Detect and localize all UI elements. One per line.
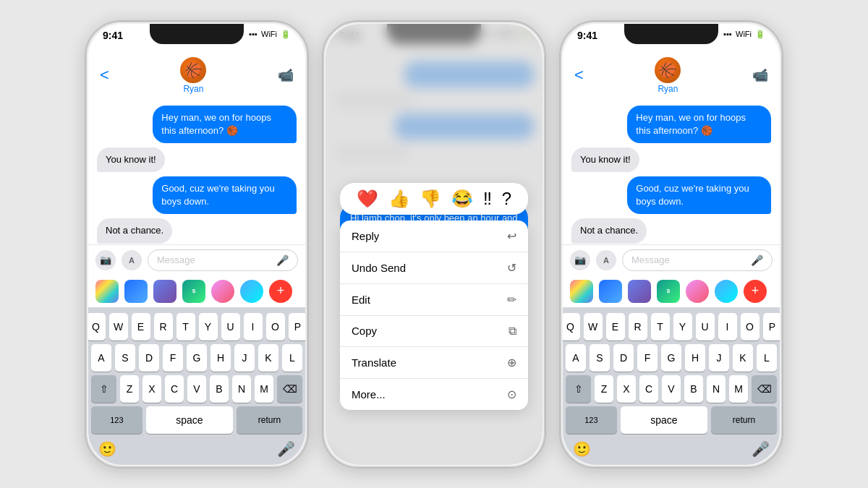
audio-icon-right[interactable]	[628, 280, 651, 303]
aa-icon-left[interactable]: A	[122, 250, 142, 270]
key-v-left[interactable]: V	[187, 375, 206, 403]
context-undo-send[interactable]: Undo Send ↺	[340, 252, 528, 284]
space-key-right[interactable]: space	[621, 406, 707, 434]
key-w-left[interactable]: W	[109, 313, 128, 341]
key-t-right[interactable]: T	[651, 313, 670, 341]
key-j-right[interactable]: J	[709, 344, 729, 372]
key-z-right[interactable]: Z	[595, 375, 613, 403]
key-q-right[interactable]: Q	[563, 313, 580, 341]
key-h-right[interactable]: H	[685, 344, 705, 372]
key-n-left[interactable]: N	[232, 375, 251, 403]
reaction-question[interactable]: ?	[502, 189, 511, 209]
numbers-key-right[interactable]: 123	[566, 406, 617, 434]
key-h-left[interactable]: H	[210, 344, 231, 372]
reaction-heart[interactable]: ❤️	[357, 189, 378, 209]
dictation-icon-left[interactable]: 🎤	[277, 440, 295, 458]
context-reply[interactable]: Reply ↩	[340, 221, 528, 252]
key-u-right[interactable]: U	[696, 313, 715, 341]
return-key-left[interactable]: return	[237, 406, 302, 434]
key-j-left[interactable]: J	[234, 344, 255, 372]
camera-icon-right[interactable]: 📷	[570, 250, 590, 270]
space-key-left[interactable]: space	[146, 406, 233, 434]
key-y-right[interactable]: Y	[673, 313, 692, 341]
context-copy[interactable]: Copy ⧉	[340, 316, 528, 347]
key-r-left[interactable]: R	[154, 313, 173, 341]
emoji-icon-left[interactable]: 🙂	[98, 440, 116, 458]
key-c-right[interactable]: C	[639, 375, 658, 403]
context-edit[interactable]: Edit ✏	[340, 284, 528, 316]
camera-icon-left[interactable]: 📷	[95, 250, 116, 270]
numbers-key-left[interactable]: 123	[91, 406, 142, 434]
memoji1-icon-right[interactable]	[686, 280, 709, 303]
shift-key-left[interactable]: ⇧	[91, 375, 116, 403]
context-more[interactable]: More... ⊙	[340, 379, 528, 410]
key-k-left[interactable]: K	[258, 344, 278, 372]
reaction-exclaim[interactable]: ‼️	[483, 189, 492, 209]
key-l-right[interactable]: L	[757, 344, 777, 372]
photos-app-icon-left[interactable]	[95, 280, 119, 303]
key-p-left[interactable]: P	[289, 313, 306, 341]
key-p-right[interactable]: P	[763, 313, 780, 341]
back-button-right[interactable]: <	[574, 66, 584, 85]
backspace-key-right[interactable]: ⌫	[752, 375, 777, 403]
more-app-icon-right[interactable]: +	[744, 280, 767, 303]
reaction-thumbsup[interactable]: 👍	[388, 189, 410, 209]
key-i-left[interactable]: I	[244, 313, 263, 341]
key-m-left[interactable]: M	[255, 375, 273, 403]
key-c-left[interactable]: C	[165, 375, 184, 403]
key-b-right[interactable]: B	[684, 375, 703, 403]
context-translate[interactable]: Translate ⊕	[340, 347, 528, 379]
key-d-left[interactable]: D	[139, 344, 159, 372]
back-button-left[interactable]: <	[100, 66, 109, 85]
appstore-icon-right[interactable]	[599, 280, 622, 303]
key-g-left[interactable]: G	[187, 344, 207, 372]
key-x-left[interactable]: X	[142, 375, 161, 403]
key-y-left[interactable]: Y	[199, 313, 218, 341]
cash-icon-left[interactable]: $	[182, 280, 205, 303]
key-q-left[interactable]: Q	[88, 313, 106, 341]
memoji2-icon-right[interactable]	[715, 280, 738, 303]
key-g-right[interactable]: G	[661, 344, 681, 372]
reaction-laugh[interactable]: 😂	[451, 189, 473, 209]
key-n-right[interactable]: N	[707, 375, 726, 403]
photos-app-icon-right[interactable]	[570, 280, 593, 303]
shift-key-right[interactable]: ⇧	[566, 375, 591, 403]
audio-icon-left[interactable]	[153, 280, 176, 303]
video-button-left[interactable]: 📹	[278, 67, 294, 83]
emoji-icon-right[interactable]: 🙂	[573, 440, 591, 458]
key-s-left[interactable]: S	[115, 344, 135, 372]
key-m-right[interactable]: M	[729, 375, 748, 403]
appstore-icon-left[interactable]	[124, 280, 148, 303]
key-u-left[interactable]: U	[221, 313, 240, 341]
message-input-left[interactable]: Message 🎤	[148, 249, 298, 271]
key-k-right[interactable]: K	[733, 344, 753, 372]
key-e-left[interactable]: E	[132, 313, 150, 341]
key-w-right[interactable]: W	[584, 313, 603, 341]
key-v-right[interactable]: V	[662, 375, 681, 403]
key-o-right[interactable]: O	[741, 313, 760, 341]
message-input-right[interactable]: Message 🎤	[622, 249, 773, 271]
dictation-icon-right[interactable]: 🎤	[752, 440, 770, 458]
reaction-thumbsdown[interactable]: 👎	[420, 189, 441, 209]
key-f-left[interactable]: F	[163, 344, 183, 372]
key-x-right[interactable]: X	[617, 375, 636, 403]
key-b-left[interactable]: B	[210, 375, 229, 403]
key-z-left[interactable]: Z	[120, 375, 139, 403]
contact-name-left[interactable]: Ryan	[183, 84, 203, 94]
key-f-right[interactable]: F	[637, 344, 658, 372]
key-l-left[interactable]: L	[282, 344, 302, 372]
key-i-right[interactable]: I	[718, 313, 737, 341]
key-t-left[interactable]: T	[176, 313, 195, 341]
return-key-right[interactable]: return	[711, 406, 777, 434]
memoji2-icon-left[interactable]	[240, 280, 263, 303]
key-o-left[interactable]: O	[266, 313, 285, 341]
key-r-right[interactable]: R	[629, 313, 647, 341]
key-e-right[interactable]: E	[606, 313, 625, 341]
contact-name-right[interactable]: Ryan	[658, 84, 678, 94]
video-button-right[interactable]: 📹	[752, 67, 768, 83]
more-app-icon-left[interactable]: +	[269, 280, 292, 303]
key-a-left[interactable]: A	[91, 344, 111, 372]
key-s-right[interactable]: S	[590, 344, 610, 372]
cash-icon-right[interactable]: $	[657, 280, 680, 303]
key-a-right[interactable]: A	[566, 344, 586, 372]
